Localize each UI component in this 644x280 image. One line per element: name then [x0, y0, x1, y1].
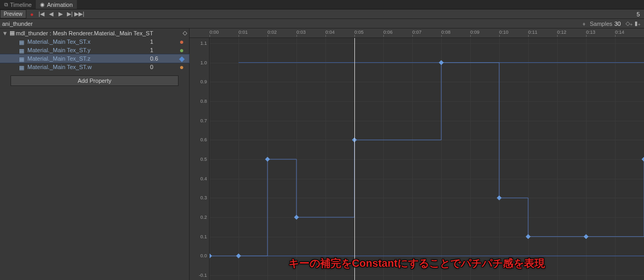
property-name: Material._Main Tex_ST.x — [27, 38, 150, 45]
ruler-tick: 0:12 — [557, 30, 567, 35]
property-name: Material._Main Tex_ST.w — [27, 64, 150, 70]
timeline-icon: ⧉ — [4, 2, 8, 8]
ruler-tick: 0:04 — [325, 30, 335, 35]
preview-button[interactable]: Preview — [0, 9, 26, 18]
property-row[interactable]: ▦ Material._Main Tex_ST.w 0 ● — [0, 63, 189, 71]
property-icon: ▦ — [19, 64, 25, 70]
annotation-text: キーの補完をConstantにすることでパチパチ感を表現 — [289, 256, 545, 271]
playhead[interactable] — [354, 38, 355, 280]
ruler-tick: 0:14 — [615, 30, 625, 35]
y-axis: 1.11.00.90.80.70.60.50.40.30.20.10.0-0.1 — [190, 38, 210, 280]
y-axis-label: 0.3 — [200, 195, 207, 200]
keyframe-diamond[interactable] — [642, 157, 644, 161]
y-axis-label: 0.8 — [200, 99, 207, 104]
y-axis-label: 1.0 — [200, 60, 207, 65]
clip-menu-icon[interactable]: ♦ — [582, 21, 586, 27]
samples-field[interactable]: 30 — [615, 21, 621, 27]
ruler-tick: 0:08 — [441, 30, 451, 35]
property-icon: ▦ — [19, 47, 25, 53]
keyframe-diamond[interactable] — [210, 254, 212, 258]
add-event-button[interactable]: ▮₊ — [633, 20, 642, 27]
keyframe-diamond[interactable] — [497, 196, 501, 200]
expand-arrow-icon[interactable]: ▼ — [2, 30, 8, 36]
add-keyframe-button[interactable]: ◇₊ — [625, 20, 633, 27]
property-name: Material._Main Tex_ST.y — [27, 47, 150, 53]
property-value[interactable]: 1 — [150, 47, 176, 53]
next-frame-button[interactable]: ▶| — [65, 10, 75, 18]
time-ruler[interactable]: 0:000:010:020:030:040:050:060:070:080:09… — [190, 28, 644, 38]
keyframe-diamond[interactable] — [236, 254, 241, 258]
property-row[interactable]: ▦ Material._Main Tex_ST.z 0.6 ◆ — [0, 54, 189, 63]
property-value[interactable]: 0.6 — [150, 55, 176, 62]
property-row[interactable]: ▦ Material._Main Tex_ST.y 1 ● — [0, 46, 189, 54]
ruler-tick: 0:03 — [296, 30, 306, 35]
keyframe-diamond[interactable] — [584, 234, 588, 238]
ruler-tick: 0:13 — [586, 30, 596, 35]
y-axis-label: 1.1 — [200, 41, 207, 46]
keyframe-indicator-icon[interactable]: ● — [176, 39, 187, 44]
ruler-tick: 0:06 — [383, 30, 393, 35]
prev-frame-button[interactable]: ◀ — [46, 10, 56, 18]
y-axis-label: 0.0 — [200, 253, 207, 258]
ruler-tick: 0:09 — [470, 30, 480, 35]
ruler-tick: 0:01 — [239, 30, 248, 35]
ruler-tick: 0:07 — [412, 30, 422, 35]
last-frame-button[interactable]: ▶▶| — [75, 10, 84, 18]
ruler-tick: 0:00 — [210, 30, 219, 35]
keyframe-diamond-icon[interactable]: ◇ — [183, 30, 187, 36]
play-button[interactable]: ▶ — [56, 10, 65, 18]
y-axis-label: 0.6 — [200, 137, 207, 142]
add-property-button[interactable]: Add Property — [11, 75, 179, 86]
ruler-tick: 0:10 — [499, 30, 509, 35]
record-button[interactable]: ● — [27, 10, 37, 18]
property-name: Material._Main Tex_ST.z — [27, 55, 150, 62]
y-axis-label: 0.1 — [200, 234, 207, 239]
property-root-label: mdl_thunder : Mesh Renderer.Material._Ma… — [16, 30, 153, 36]
first-frame-button[interactable]: |◀ — [37, 10, 46, 18]
keyframe-indicator-icon[interactable]: ● — [176, 47, 187, 53]
y-axis-label: 0.5 — [200, 157, 207, 162]
ruler-tick: 0:02 — [267, 30, 277, 35]
ruler-tick: 0:11 — [528, 30, 538, 35]
property-value[interactable]: 1 — [150, 38, 176, 45]
curve-graph-area[interactable]: 1.11.00.90.80.70.60.50.40.30.20.10.0-0.1… — [190, 38, 644, 280]
property-row[interactable]: ▦ Material._Main Tex_ST.x 1 ● — [0, 37, 189, 46]
samples-label: Samples — [590, 21, 612, 27]
property-icon: ▦ — [19, 39, 25, 44]
keyframe-indicator-icon[interactable]: ◆ — [176, 56, 187, 61]
property-root[interactable]: ▼ ▦ mdl_thunder : Mesh Renderer.Material… — [0, 28, 189, 37]
y-axis-label: 0.7 — [200, 118, 207, 123]
keyframe-diamond[interactable] — [439, 60, 443, 64]
y-axis-label: -0.1 — [199, 273, 207, 278]
keyframe-diamond[interactable] — [294, 215, 299, 219]
property-icon: ▦ — [19, 56, 25, 61]
ruler-tick: 0:05 — [354, 30, 364, 35]
property-value[interactable]: 0 — [150, 64, 176, 70]
animation-icon: ◉ — [40, 2, 45, 7]
keyframe-diamond[interactable] — [265, 157, 270, 161]
frame-number-field[interactable]: 5 — [613, 11, 640, 17]
mesh-renderer-icon: ▦ — [8, 30, 16, 36]
clip-dropdown[interactable]: ani_thunder — [2, 21, 582, 27]
keyframe-indicator-icon[interactable]: ● — [176, 64, 187, 70]
y-axis-label: 0.4 — [200, 176, 207, 181]
tab-timeline[interactable]: ⧉Timeline — [0, 0, 36, 9]
tab-animation[interactable]: ◉Animation — [36, 0, 77, 9]
y-axis-label: 0.2 — [200, 215, 207, 220]
y-axis-label: 0.9 — [200, 79, 207, 84]
keyframe-diamond[interactable] — [526, 234, 530, 238]
